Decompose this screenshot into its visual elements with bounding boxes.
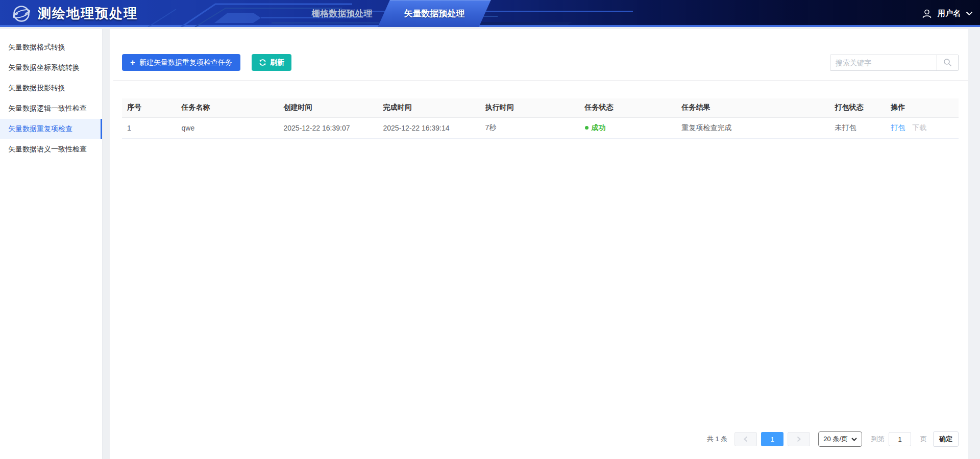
cell-task-name: qwe [177,117,279,138]
cell-created: 2025-12-22 16:39:07 [278,117,378,138]
col-header-result: 任务结果 [677,98,830,117]
pagination-total: 共 1 条 [707,435,727,444]
status-dot-icon [585,126,589,130]
refresh-icon [259,59,266,66]
col-header-duration: 执行时间 [480,98,579,117]
goto-confirm-button[interactable]: 确定 [933,431,959,447]
sidebar-item-semantic-consistency-check[interactable]: 矢量数据语义一致性检查 [0,139,102,160]
chevron-down-icon [966,11,973,16]
sidebar-item-format-conversion[interactable]: 矢量数据格式转换 [0,37,102,58]
page-size-value: 20 条/页 [823,435,848,444]
package-action-link[interactable]: 打包 [891,123,905,132]
cell-status: 成功 [580,117,677,138]
new-task-button[interactable]: + 新建矢量数据重复项检查任务 [122,54,240,71]
user-icon [921,8,933,19]
user-name: 用户名 [938,9,961,18]
next-page-button[interactable] [788,432,810,446]
select-chevron-down-icon [851,438,857,441]
search-input[interactable] [830,55,937,70]
col-header-package-status: 打包状态 [830,98,886,117]
sidebar-item-label: 矢量数据逻辑一致性检查 [8,104,87,113]
sidebar-item-coordinate-system-conversion[interactable]: 矢量数据坐标系统转换 [0,58,102,78]
refresh-button-label: 刷新 [270,58,284,67]
search-icon [943,58,952,67]
table-header-row: 序号 任务名称 创建时间 完成时间 执行时间 任务状态 任务结果 打包状态 操作 [122,98,959,117]
col-header-status: 任务状态 [580,98,677,117]
status-badge: 成功 [585,123,606,133]
cell-actions: 打包 下载 [886,117,959,138]
sidebar-item-label: 矢量数据重复项检查 [8,124,72,134]
main-content: + 新建矢量数据重复项检查任务 刷新 [110,29,968,459]
sidebar-item-label: 矢量数据坐标系统转换 [8,63,80,72]
chevron-left-icon [743,436,748,442]
user-menu[interactable]: 用户名 [921,0,973,27]
cell-index: 1 [122,117,177,138]
sidebar-item-logical-consistency-check[interactable]: 矢量数据逻辑一致性检查 [0,98,102,119]
col-header-task-name: 任务名称 [177,98,279,117]
status-text: 成功 [592,123,606,133]
page-size-select[interactable]: 20 条/页 [818,431,862,447]
cell-package-status: 未打包 [830,117,886,138]
chevron-right-icon [796,436,801,442]
toolbar-divider [113,80,968,81]
sidebar-item-label: 矢量数据格式转换 [8,43,65,52]
tab-vector-preprocessing[interactable]: 矢量数据预处理 [379,0,490,27]
search-button[interactable] [937,55,958,70]
cell-finished: 2025-12-22 16:39:14 [378,117,480,138]
page-number-button[interactable]: 1 [761,432,783,446]
sidebar-item-duplicate-check[interactable]: 矢量数据重复项检查 [0,119,102,139]
app-header: 测绘地理预处理 栅格数据预处理 矢量数据预处理 用户名 [0,0,980,27]
pagination: 共 1 条 1 20 条/页 到第 页 确定 [707,431,959,447]
plus-icon: + [130,58,135,67]
refresh-button[interactable]: 刷新 [252,54,291,71]
toolbar: + 新建矢量数据重复项检查任务 刷新 [122,54,959,71]
top-tabs: 栅格数据预处理 矢量数据预处理 [0,0,980,27]
col-header-finished: 完成时间 [378,98,480,117]
col-header-actions: 操作 [886,98,959,117]
sidebar-item-label: 矢量数据语义一致性检查 [8,145,87,154]
sidebar-item-label: 矢量数据投影转换 [8,84,65,93]
cell-duration: 7秒 [480,117,579,138]
col-header-created: 创建时间 [278,98,378,117]
table-row: 1 qwe 2025-12-22 16:39:07 2025-12-22 16:… [122,117,959,138]
sidebar: 矢量数据格式转换 矢量数据坐标系统转换 矢量数据投影转换 矢量数据逻辑一致性检查… [0,29,103,459]
prev-page-button[interactable] [734,432,757,446]
cell-result: 重复项检查完成 [677,117,830,138]
task-table: 序号 任务名称 创建时间 完成时间 执行时间 任务状态 任务结果 打包状态 操作… [122,98,959,139]
new-task-button-label: 新建矢量数据重复项检查任务 [139,58,232,67]
goto-prefix-label: 到第 [871,435,885,444]
download-action-link[interactable]: 下载 [912,123,926,132]
goto-suffix-label: 页 [920,435,927,444]
scrollbar-track[interactable] [968,29,980,459]
search-box [830,55,959,71]
sidebar-item-projection-conversion[interactable]: 矢量数据投影转换 [0,78,102,98]
col-header-index: 序号 [122,98,177,117]
goto-page-input[interactable] [889,432,911,446]
